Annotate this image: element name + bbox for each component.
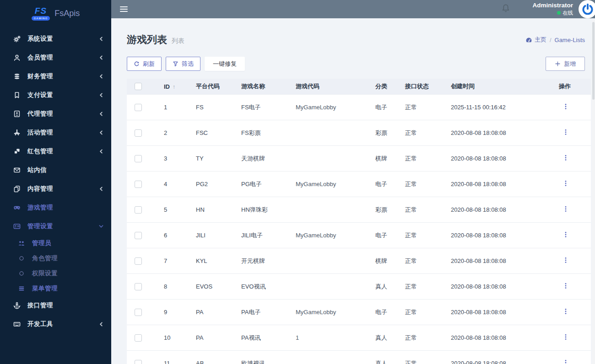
power-icon xyxy=(582,3,594,15)
row-checkbox[interactable] xyxy=(135,283,142,290)
row-actions-button[interactable] xyxy=(563,257,569,265)
sidebar-item-角色管理[interactable]: 角色管理 xyxy=(0,251,111,266)
page-scrollbar[interactable] xyxy=(592,20,595,364)
row-checkbox[interactable] xyxy=(135,129,142,137)
row-checkbox[interactable] xyxy=(135,334,142,342)
cell-game-code: 1 xyxy=(288,334,368,341)
add-button[interactable]: 新增 xyxy=(546,57,585,71)
table-row: 3TY天游棋牌棋牌正常2020-08-08 18:08:08 xyxy=(127,145,591,171)
sidebar-item-系统设置[interactable]: 系统设置 xyxy=(0,29,111,48)
one-click-fix-label: 一键修复 xyxy=(213,60,237,68)
row-checkbox[interactable] xyxy=(135,206,142,214)
cell-game-name: HN弹珠彩 xyxy=(233,206,288,214)
cell-game-name: 欧博视讯 xyxy=(233,359,288,364)
filter-icon xyxy=(173,61,178,67)
cell-platform-code: PA xyxy=(188,309,233,316)
row-actions-button[interactable] xyxy=(563,154,569,163)
filter-button[interactable]: 筛选 xyxy=(166,57,200,71)
table-row: 8EVOSEVO视讯真人正常2020-08-08 18:08:08 xyxy=(127,273,591,299)
sidebar-item-站内信[interactable]: 站内信 xyxy=(0,161,111,179)
row-checkbox[interactable] xyxy=(135,257,142,265)
cell-platform-code: JILI xyxy=(188,232,233,239)
row-actions-button[interactable] xyxy=(563,231,569,240)
sidebar-menu: 系统设置会员管理财务管理支付设置代理管理活动管理红包管理站内信内容管理游戏管理管… xyxy=(0,27,111,333)
sidebar-item-管理员[interactable]: 管理员 xyxy=(0,236,111,251)
sidebar-item-label: 权限设置 xyxy=(32,269,104,278)
sidebar-item-会员管理[interactable]: 会员管理 xyxy=(0,48,111,67)
row-checkbox[interactable] xyxy=(135,181,142,188)
row-actions-button[interactable] xyxy=(563,359,569,364)
row-actions-button[interactable] xyxy=(563,128,569,137)
sidebar-item-label: 接口管理 xyxy=(27,301,104,310)
breadcrumb-home-link[interactable]: 主页 xyxy=(525,36,546,44)
sidebar-item-活动管理[interactable]: 活动管理 xyxy=(0,123,111,142)
cell-category: 彩票 xyxy=(368,129,397,137)
column-header-game-name: 游戏名称 xyxy=(233,82,288,91)
cell-game-name: 开元棋牌 xyxy=(233,257,288,265)
one-click-fix-button[interactable]: 一键修复 xyxy=(205,57,245,71)
table-row: 1FSFS电子MyGameLobby电子正常2025-11-15 00:16:4… xyxy=(127,94,591,120)
chevron-left-icon xyxy=(98,36,104,42)
cell-game-name: FS电子 xyxy=(233,103,288,112)
sidebar-item-label: 内容管理 xyxy=(27,185,98,193)
sidebar-item-管理设置[interactable]: 管理设置 xyxy=(0,217,111,236)
add-label: 新增 xyxy=(564,60,576,68)
cell-category: 彩票 xyxy=(368,206,397,214)
id-card-icon xyxy=(13,222,21,230)
sidebar-item-菜单管理[interactable]: 菜单管理 xyxy=(0,281,111,296)
sidebar-item-权限设置[interactable]: 权限设置 xyxy=(0,266,111,281)
row-actions-button[interactable] xyxy=(563,333,569,342)
cell-game-name: PA电子 xyxy=(233,308,288,316)
row-checkbox[interactable] xyxy=(135,155,142,162)
page-head: 游戏列表 列表 主页 / Game-Lists xyxy=(127,33,595,47)
scrollbar-thumb[interactable] xyxy=(592,22,595,100)
sidebar-item-财务管理[interactable]: 财务管理 xyxy=(0,67,111,86)
row-checkbox[interactable] xyxy=(135,232,142,239)
sidebar-item-支付设置[interactable]: 支付设置 xyxy=(0,86,111,104)
cell-platform-code: FS xyxy=(188,104,233,111)
bars-icon xyxy=(17,284,25,292)
cell-created-at: 2020-08-08 18:08:08 xyxy=(443,283,526,290)
cell-game-name: 天游棋牌 xyxy=(233,155,288,163)
logout-button[interactable] xyxy=(579,0,595,18)
sidebar-item-内容管理[interactable]: 内容管理 xyxy=(0,179,111,198)
ellipsis-v-icon xyxy=(563,182,569,188)
user-block[interactable]: Administrator 在线 xyxy=(532,2,573,16)
column-header-id[interactable]: ID↑ xyxy=(156,83,188,90)
ellipsis-v-icon xyxy=(563,361,569,364)
refresh-button[interactable]: 刷新 xyxy=(127,57,162,71)
hamburger-icon[interactable] xyxy=(120,5,128,13)
row-actions-button[interactable] xyxy=(563,180,569,188)
sidebar-item-游戏管理[interactable]: 游戏管理 xyxy=(0,198,111,217)
ellipsis-v-icon xyxy=(563,130,569,137)
cell-api-status: 正常 xyxy=(397,129,443,137)
sidebar-item-label: 管理员 xyxy=(32,239,104,247)
chevron-left-icon xyxy=(98,55,104,60)
row-actions-button[interactable] xyxy=(563,308,569,316)
topbar: Administrator 在线 xyxy=(111,0,595,18)
sidebar-item-代理管理[interactable]: 代理管理 xyxy=(0,104,111,123)
row-actions-button[interactable] xyxy=(563,205,569,214)
row-actions-button[interactable] xyxy=(563,282,569,291)
cell-platform-code: TY xyxy=(188,155,233,162)
sidebar-item-label: 活动管理 xyxy=(27,128,98,137)
sort-asc-icon[interactable]: ↑ xyxy=(173,84,175,90)
sidebar-item-红包管理[interactable]: 红包管理 xyxy=(0,142,111,161)
row-checkbox[interactable] xyxy=(135,360,142,364)
cell-api-status: 正常 xyxy=(397,257,443,265)
row-actions-button[interactable] xyxy=(563,103,569,112)
breadcrumb-current: Game-Lists xyxy=(555,37,585,43)
brand[interactable]: FS GAMING FsApis xyxy=(0,0,111,27)
main-area: Administrator 在线 游戏列表 列表 主页 xyxy=(111,0,595,364)
cell-created-at: 2020-08-08 18:08:08 xyxy=(443,334,526,341)
sidebar-item-接口管理[interactable]: 接口管理 xyxy=(0,296,111,315)
cell-platform-code: FSC xyxy=(188,129,233,136)
row-checkbox[interactable] xyxy=(135,104,142,111)
row-checkbox[interactable] xyxy=(135,309,142,316)
sidebar-item-开发工具[interactable]: 开发工具 xyxy=(0,315,111,333)
toolbar: 刷新 筛选 一键修复 新增 xyxy=(127,57,595,71)
brand-logo-badge: GAMING xyxy=(32,16,50,21)
bell-icon[interactable] xyxy=(501,4,510,15)
select-all-checkbox[interactable] xyxy=(135,83,142,90)
cell-category: 棋牌 xyxy=(368,257,397,265)
